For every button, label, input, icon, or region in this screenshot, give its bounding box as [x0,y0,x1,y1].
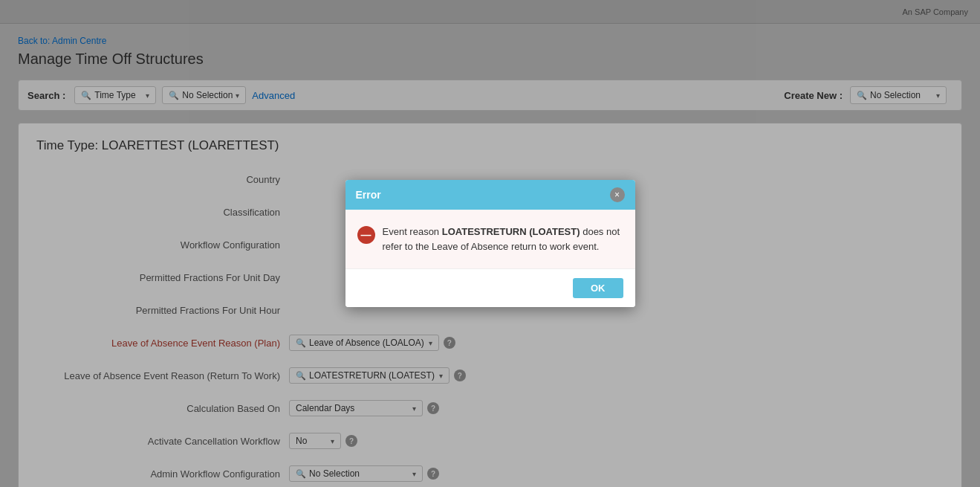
dialog-footer: OK [345,269,635,307]
error-dialog: Error × — Event reason LOATESTRETURN (LO… [345,180,635,307]
dialog-overlay: Error × — Event reason LOATESTRETURN (LO… [0,0,980,487]
dialog-message: Event reason LOATESTRETURN (LOATEST) doe… [383,225,623,254]
dialog-body: — Event reason LOATESTRETURN (LOATEST) d… [345,210,635,269]
error-icon: — [357,226,375,244]
dialog-title: Error [356,189,381,201]
ok-button[interactable]: OK [573,278,623,298]
message-part1: Event reason [383,226,442,237]
dialog-close-button[interactable]: × [610,187,625,202]
message-bold: LOATESTRETURN (LOATEST) [442,226,580,237]
dialog-header: Error × [345,180,635,210]
